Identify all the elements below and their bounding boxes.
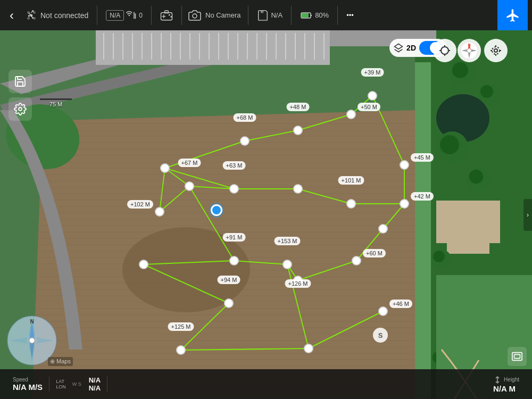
waypoint-marker[interactable] bbox=[176, 345, 186, 355]
svg-point-72 bbox=[29, 338, 35, 343]
sd-card-icon bbox=[257, 10, 269, 21]
speed-value: N/A M/S bbox=[13, 383, 43, 392]
scale-label: 75 M bbox=[49, 101, 62, 107]
waypoint-marker[interactable] bbox=[229, 184, 239, 194]
svg-point-1 bbox=[28, 11, 30, 13]
svg-text:N: N bbox=[30, 319, 34, 325]
waypoint-label: +101 M bbox=[338, 176, 364, 185]
waypoint-label: +102 M bbox=[127, 200, 153, 209]
lon-value: N/A bbox=[89, 384, 101, 392]
plane-icon bbox=[505, 8, 520, 23]
svg-point-57 bbox=[494, 49, 497, 52]
rc-icon bbox=[159, 8, 174, 23]
compass-rose-icon: N bbox=[460, 41, 479, 60]
waypoint-marker[interactable] bbox=[282, 260, 292, 269]
svg-rect-74 bbox=[514, 354, 520, 358]
svg-marker-45 bbox=[395, 44, 403, 49]
screenshot-icon bbox=[511, 351, 523, 362]
capacity-label: N/A bbox=[271, 11, 282, 19]
waypoint-marker[interactable] bbox=[293, 126, 303, 135]
svg-rect-18 bbox=[302, 13, 309, 18]
crosshair-icon bbox=[438, 44, 451, 57]
location-button[interactable] bbox=[484, 39, 508, 62]
height-label: Height bbox=[504, 377, 519, 383]
waypoint-label: +67 M bbox=[178, 159, 201, 167]
waypoint-label: +50 M bbox=[358, 103, 380, 111]
svg-point-3 bbox=[28, 17, 30, 19]
map-scroll-right[interactable]: › bbox=[523, 199, 532, 231]
lat-label: LAT bbox=[56, 379, 66, 384]
svg-point-5 bbox=[129, 14, 130, 16]
camera-icon bbox=[188, 9, 201, 22]
svg-rect-13 bbox=[165, 11, 169, 13]
svg-point-4 bbox=[34, 17, 36, 19]
height-value: N/A M bbox=[493, 384, 519, 393]
waypoint-label: +125 M bbox=[168, 322, 194, 331]
waypoint-marker[interactable] bbox=[378, 306, 388, 316]
save-button[interactable] bbox=[9, 70, 32, 93]
apple-maps-logo: ⊕ Maps bbox=[48, 357, 73, 366]
settings-icon bbox=[14, 103, 27, 115]
flight-mode-button[interactable] bbox=[497, 0, 528, 30]
waypoint-marker[interactable] bbox=[346, 110, 356, 119]
battery-label: 80% bbox=[315, 11, 329, 19]
s-marker: S bbox=[373, 328, 388, 343]
compass-top-right-button[interactable]: N bbox=[458, 39, 481, 62]
waypoint-label: +126 M bbox=[285, 279, 311, 288]
back-button[interactable]: ‹ bbox=[4, 8, 19, 23]
waypoint-label: +45 M bbox=[411, 153, 434, 162]
top-bar: ‹ Not connected N/A 0 bbox=[0, 0, 532, 30]
svg-text:N: N bbox=[468, 43, 470, 47]
view-mode-label: 2D bbox=[406, 44, 416, 52]
lon-label: LON bbox=[56, 384, 66, 389]
waypoint-marker[interactable] bbox=[240, 136, 250, 146]
svg-point-59 bbox=[19, 107, 22, 111]
camera-label: No Camera bbox=[205, 11, 240, 19]
waypoint-label: +39 M bbox=[361, 68, 384, 77]
height-icon bbox=[493, 376, 502, 384]
screenshot-button[interactable] bbox=[508, 347, 527, 366]
waypoint-label: +60 M bbox=[363, 249, 386, 257]
svg-point-12 bbox=[170, 16, 172, 18]
speed-label: Speed bbox=[13, 377, 43, 383]
waypoint-marker[interactable] bbox=[185, 181, 194, 191]
more-button[interactable]: ••• bbox=[342, 8, 358, 22]
map-view[interactable]: 2D N bbox=[0, 30, 532, 399]
settings-button[interactable] bbox=[9, 97, 32, 121]
waypoint-marker[interactable] bbox=[352, 256, 361, 265]
home-waypoint bbox=[211, 204, 222, 216]
target-button[interactable] bbox=[433, 39, 456, 62]
waypoint-marker[interactable] bbox=[293, 184, 303, 194]
signal-badge: N/A bbox=[106, 10, 124, 21]
waypoint-marker[interactable] bbox=[229, 256, 239, 265]
waypoint-label: +91 M bbox=[223, 233, 246, 242]
waypoint-marker[interactable] bbox=[400, 160, 409, 170]
waypoint-label: +153 M bbox=[275, 237, 301, 245]
svg-point-2 bbox=[34, 11, 36, 13]
svg-point-46 bbox=[441, 47, 448, 54]
svg-rect-73 bbox=[512, 353, 522, 361]
waypoint-label: +94 M bbox=[218, 276, 240, 284]
waypoint-marker[interactable] bbox=[378, 224, 388, 234]
waypoint-label: +46 M bbox=[389, 300, 412, 308]
waypoint-marker[interactable] bbox=[224, 298, 234, 308]
battery-icon bbox=[300, 9, 313, 22]
scale-bar: 75 M bbox=[40, 98, 72, 107]
waypoint-marker[interactable] bbox=[304, 344, 313, 353]
signal-icon bbox=[126, 10, 137, 21]
waypoint-marker[interactable] bbox=[400, 199, 409, 209]
save-icon bbox=[14, 75, 27, 88]
waypoint-marker[interactable] bbox=[368, 91, 377, 101]
waypoint-marker[interactable] bbox=[155, 207, 164, 217]
location-icon bbox=[489, 44, 502, 57]
waypoint-label: +68 M bbox=[234, 113, 256, 122]
waypoint-label: +48 M bbox=[287, 103, 310, 111]
drone-icon bbox=[26, 10, 37, 21]
waypoint-marker[interactable] bbox=[139, 260, 148, 269]
waypoint-marker[interactable] bbox=[160, 163, 170, 173]
svg-point-58 bbox=[492, 47, 500, 54]
lat-value: N/A bbox=[89, 376, 101, 384]
waypoint-label: +63 M bbox=[223, 161, 246, 170]
bottom-status-bar: Speed N/A M/S LAT LON W S N/A N/A Height bbox=[0, 369, 532, 399]
waypoint-marker[interactable] bbox=[346, 199, 356, 209]
